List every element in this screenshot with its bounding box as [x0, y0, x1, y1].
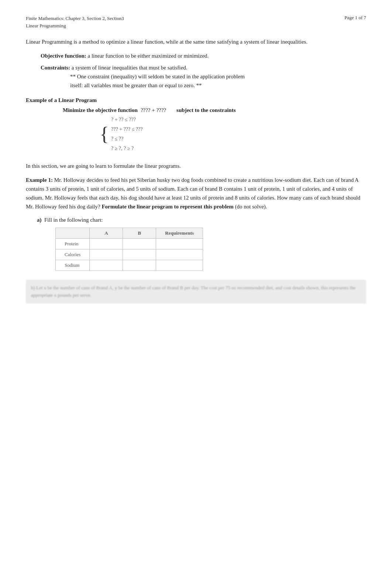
subject-label: subject to the constraints: [176, 107, 235, 113]
minimize-label: Minimize the objective function: [63, 107, 138, 113]
constraint-line-1: ? + ?? ≤ ???: [111, 115, 143, 125]
constraints-def-text: a system of linear inequalities that mus…: [70, 65, 187, 71]
constraints-definition: Constraints: a system of linear inequali…: [41, 63, 366, 90]
col-header-b: B: [123, 228, 156, 238]
row-calories-label: Calories: [56, 249, 90, 260]
constraint-note-line2: itself: all variables must be greater th…: [70, 81, 366, 90]
part-a-label: a): [37, 217, 42, 223]
col-header-a: A: [90, 228, 123, 238]
example1-label: Example 1:: [26, 177, 53, 183]
constraints-list: ? + ?? ≤ ??? ??? + ??? ≤ ??? ? ≤ ?? ? ≥ …: [111, 115, 143, 153]
row-calories-b: [123, 249, 156, 260]
row-sodium-label: Sodium: [56, 260, 90, 271]
constraint-note-line1: ** One constraint (inequality) will seld…: [70, 72, 366, 81]
objective-term: Objective function:: [41, 53, 86, 59]
minimize-expr: ???? + ????: [141, 107, 166, 113]
constraints-block: { ? + ?? ≤ ??? ??? + ??? ≤ ??? ? ≤ ?? ? …: [100, 115, 366, 153]
intro-paragraph: Linear Programming is a method to optimi…: [26, 37, 366, 46]
constraint-line-3: ? ≤ ??: [111, 134, 143, 144]
page-number: Page 1 of 7: [344, 15, 366, 21]
table-row: Sodium: [56, 260, 203, 271]
row-protein-a: [90, 238, 123, 249]
example-heading: Example of a Linear Program: [26, 97, 366, 103]
data-table: A B Requirements Protein Calories Sodium: [55, 228, 203, 271]
row-calories-a: [90, 249, 123, 260]
constraint-line-4: ? ≥ ?, ? ≥ ?: [111, 144, 143, 153]
minimize-line: Minimize the objective function ???? + ?…: [63, 107, 366, 113]
constraint-line-2: ??? + ??? ≤ ???: [111, 125, 143, 134]
row-protein-req: [156, 238, 203, 249]
part-a-text: Fill in the following chart:: [44, 217, 103, 223]
constraints-term: Constraints:: [41, 65, 70, 71]
table-row: Protein: [56, 238, 203, 249]
row-protein-label: Protein: [56, 238, 90, 249]
table-header-row: A B Requirements: [56, 228, 203, 238]
col-header-empty: [56, 228, 90, 238]
transition-paragraph: In this section, we are going to learn t…: [26, 161, 366, 170]
row-sodium-a: [90, 260, 123, 271]
main-content: Linear Programming is a method to optimi…: [26, 37, 366, 304]
objective-definition: Objective function: a linear function to…: [41, 51, 366, 60]
formulate-note: (do not solve).: [234, 204, 267, 210]
row-calories-req: [156, 249, 203, 260]
formulate-label: Formulate the linear program to represen…: [102, 204, 233, 210]
row-sodium-b: [123, 260, 156, 271]
row-sodium-req: [156, 260, 203, 271]
table-row: Calories: [56, 249, 203, 260]
header-title: Finite Mathematics: Chapter 3, Section 2…: [26, 15, 124, 29]
example1-block: Example 1: Mr. Holloway decides to feed …: [26, 176, 366, 211]
row-protein-b: [123, 238, 156, 249]
page-header: Finite Mathematics: Chapter 3, Section 2…: [26, 15, 366, 29]
blurred-content: b) Let x be the number of cans of Brand …: [26, 280, 366, 304]
objective-def-text: a linear function to be either maximized…: [86, 53, 209, 59]
part-a-heading: a) Fill in the following chart:: [37, 217, 366, 223]
col-header-requirements: Requirements: [156, 228, 203, 238]
brace-symbol: {: [100, 125, 109, 144]
